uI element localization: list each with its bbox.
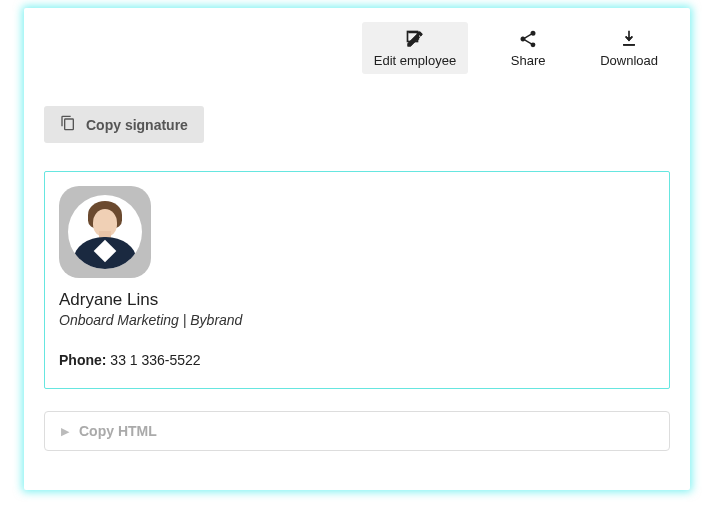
toolbar: Edit employee Share Download (44, 18, 670, 78)
copy-signature-label: Copy signature (86, 117, 188, 133)
copy-signature-row: Copy signature (44, 106, 670, 143)
signature-name: Adryane Lins (59, 290, 655, 310)
download-button[interactable]: Download (588, 22, 670, 74)
edit-icon (405, 28, 425, 50)
edit-employee-label: Edit employee (374, 53, 456, 68)
edit-employee-button[interactable]: Edit employee (362, 22, 468, 74)
download-icon (619, 28, 639, 50)
share-icon (518, 28, 538, 50)
signature-editor-panel: Edit employee Share Download Copy signat… (24, 8, 690, 490)
signature-phone-row: Phone: 33 1 336-5522 (59, 352, 655, 368)
svg-rect-1 (623, 44, 635, 46)
copy-signature-button[interactable]: Copy signature (44, 106, 204, 143)
signature-preview: Adryane Lins Onboard Marketing | Bybrand… (44, 171, 670, 389)
share-label: Share (511, 53, 546, 68)
download-label: Download (600, 53, 658, 68)
phone-value: 33 1 336-5522 (110, 352, 200, 368)
copy-html-label: Copy HTML (79, 423, 157, 439)
signature-title: Onboard Marketing | Bybrand (59, 312, 655, 328)
avatar (59, 186, 151, 278)
copy-icon (60, 115, 76, 134)
copy-html-panel[interactable]: ▶ Copy HTML (44, 411, 670, 451)
phone-label: Phone: (59, 352, 106, 368)
share-button[interactable]: Share (488, 22, 568, 74)
chevron-right-icon: ▶ (61, 425, 69, 438)
